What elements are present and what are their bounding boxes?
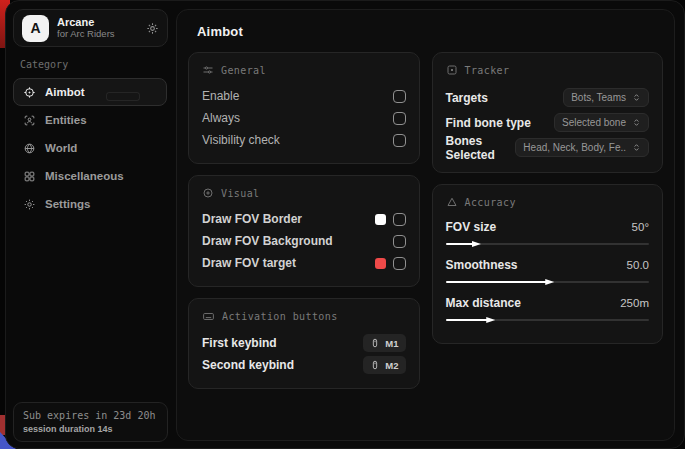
draw-fov-background-checkbox[interactable] <box>393 235 406 248</box>
sub-expiry-text: Sub expires in 23d 20h <box>23 410 158 421</box>
brand-logo: A <box>22 15 49 42</box>
setting-label: Smoothness <box>446 258 518 272</box>
visual-panel-header: Visual <box>202 187 406 199</box>
mouse-icon <box>370 338 380 348</box>
sidebar-item-label: Settings <box>45 198 90 210</box>
setting-row: Bones Selected Head, Neck, Body, Fe.. <box>446 135 650 160</box>
color-swatch[interactable] <box>375 258 386 269</box>
mouse-icon <box>370 360 380 370</box>
slider-row: FOV size 50° <box>446 217 650 248</box>
page-title: Aimbot <box>197 24 663 39</box>
bones-selected-dropdown[interactable]: Head, Neck, Body, Fe.. <box>515 138 649 157</box>
triangle-icon <box>446 196 458 208</box>
entities-icon <box>23 114 36 127</box>
screen: A Arcane for Arc Riders Category Aimbot <box>0 0 685 449</box>
panel-title: General <box>221 65 266 76</box>
slider-thumb[interactable] <box>545 278 554 286</box>
row-controls <box>375 257 406 270</box>
color-swatch[interactable] <box>375 214 386 225</box>
scan-box-icon <box>446 64 458 76</box>
visibility-check-checkbox[interactable] <box>393 134 406 147</box>
sliders-icon <box>202 64 214 76</box>
second-keybind-button[interactable]: M2 <box>363 356 405 374</box>
right-column: Tracker Targets Bots, Teams <box>432 52 664 344</box>
category-label: Category <box>20 59 174 70</box>
setting-label: Find bone type <box>446 116 531 130</box>
setting-label: Targets <box>446 91 488 105</box>
setting-row: Draw FOV Background <box>202 230 406 252</box>
fov-size-slider[interactable] <box>446 240 650 248</box>
setting-label: First keybind <box>202 336 277 350</box>
panel-title: Tracker <box>465 65 510 76</box>
sidebar: A Arcane for Arc Riders Category Aimbot <box>6 1 174 448</box>
draw-fov-target-checkbox[interactable] <box>393 257 406 270</box>
setting-row: Targets Bots, Teams <box>446 85 650 110</box>
panel-title: Activation buttons <box>222 311 338 322</box>
content-columns: General Enable Always Visibility check <box>188 52 663 389</box>
setting-row: Find bone type Selected bone <box>446 110 650 135</box>
slider-thumb[interactable] <box>472 240 481 248</box>
setting-label: Visibility check <box>202 133 280 147</box>
sidebar-item-label: Aimbot <box>45 86 85 98</box>
grid-icon <box>23 170 36 183</box>
max-distance-slider[interactable] <box>446 316 650 324</box>
gear-icon[interactable] <box>146 22 159 35</box>
targets-dropdown[interactable]: Bots, Teams <box>563 88 649 107</box>
subscription-card: Sub expires in 23d 20h session duration … <box>13 402 168 442</box>
chevrons-up-down-icon <box>632 118 641 127</box>
activation-panel: Activation buttons First keybind M1 <box>188 298 420 389</box>
sidebar-item-miscellaneous[interactable]: Miscellaneous <box>13 162 167 190</box>
smoothness-slider[interactable] <box>446 278 650 286</box>
draw-fov-border-checkbox[interactable] <box>393 213 406 226</box>
sidebar-item-aimbot[interactable]: Aimbot <box>13 78 167 106</box>
sidebar-item-label: Entities <box>45 114 87 126</box>
sidebar-item-world[interactable]: World <box>13 134 167 162</box>
slider-fill <box>446 319 489 321</box>
left-column: General Enable Always Visibility check <box>188 52 420 389</box>
slider-value: 50.0 <box>627 259 649 271</box>
setting-row: Draw FOV Border <box>202 208 406 230</box>
circle-plus-icon <box>202 187 214 199</box>
slider-row: Smoothness 50.0 <box>446 255 650 286</box>
chevrons-up-down-icon <box>632 93 641 102</box>
sidebar-item-label: World <box>45 142 77 154</box>
activation-panel-header: Activation buttons <box>202 310 406 323</box>
accuracy-panel-header: Accuracy <box>446 196 650 208</box>
panel-title: Accuracy <box>465 197 516 208</box>
sidebar-item-label: Miscellaneous <box>45 170 124 182</box>
setting-row: Always <box>202 107 406 129</box>
brand-card: A Arcane for Arc Riders <box>13 9 168 47</box>
setting-label: Draw FOV target <box>202 256 296 270</box>
dropdown-value: Head, Neck, Body, Fe.. <box>523 142 626 153</box>
dropdown-value: Selected bone <box>562 117 626 128</box>
find-bone-type-dropdown[interactable]: Selected bone <box>554 113 649 132</box>
keybind-value: M2 <box>385 360 398 371</box>
general-panel-header: General <box>202 64 406 76</box>
keybind-value: M1 <box>385 338 398 349</box>
globe-icon <box>23 142 36 155</box>
tracker-panel: Tracker Targets Bots, Teams <box>432 52 664 173</box>
row-controls <box>393 235 406 248</box>
session-duration-text: session duration 14s <box>23 424 158 434</box>
brand-text: Arcane for Arc Riders <box>57 16 138 40</box>
setting-label: FOV size <box>446 220 497 234</box>
setting-label: Always <box>202 111 240 125</box>
sidebar-item-entities[interactable]: Entities <box>13 106 167 134</box>
slider-value: 50° <box>632 221 649 233</box>
tracker-panel-header: Tracker <box>446 64 650 76</box>
crosshair-icon <box>23 86 36 99</box>
setting-label: Max distance <box>446 296 521 310</box>
setting-label: Bones Selected <box>446 134 516 162</box>
chevrons-up-down-icon <box>632 143 641 152</box>
enable-checkbox[interactable] <box>393 90 406 103</box>
always-checkbox[interactable] <box>393 112 406 125</box>
setting-label: Draw FOV Background <box>202 234 333 248</box>
panel-title: Visual <box>221 188 260 199</box>
slider-thumb[interactable] <box>486 316 495 324</box>
first-keybind-button[interactable]: M1 <box>363 334 405 352</box>
sidebar-item-settings[interactable]: Settings <box>13 190 167 218</box>
accuracy-panel: Accuracy FOV size 50° <box>432 184 664 344</box>
brand-name: Arcane <box>57 16 138 29</box>
row-controls <box>375 213 406 226</box>
slider-row: Max distance 250m <box>446 293 650 324</box>
